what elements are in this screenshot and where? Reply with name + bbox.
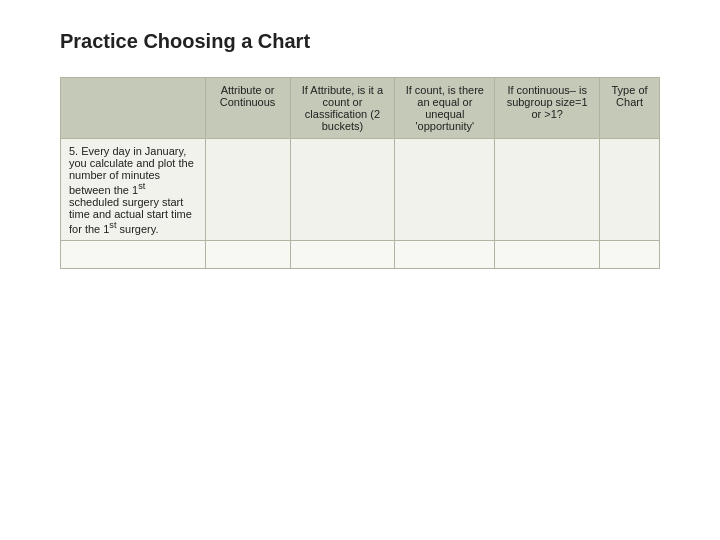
table-row: [61, 241, 660, 269]
header-if-attribute: If Attribute, is it a count or classific…: [290, 78, 395, 139]
chart-selection-table: Attribute or Continuous If Attribute, is…: [60, 77, 660, 269]
header-attribute: Attribute or Continuous: [205, 78, 290, 139]
row1-if-count: [395, 139, 495, 241]
row2-if-attribute: [290, 241, 395, 269]
header-type-of-chart: Type of Chart: [600, 78, 660, 139]
header-if-continuous: If continuous– is subgroup size=1 or >1?: [495, 78, 600, 139]
row2-if-continuous: [495, 241, 600, 269]
row1-scenario: 5. Every day in January, you calculate a…: [61, 139, 206, 241]
page-title: Practice Choosing a Chart: [60, 30, 660, 53]
header-if-count: If count, is there an equal or unequal '…: [395, 78, 495, 139]
table-row: 5. Every day in January, you calculate a…: [61, 139, 660, 241]
row2-scenario: [61, 241, 206, 269]
row1-attribute: [205, 139, 290, 241]
page-container: Practice Choosing a Chart Attribute or C…: [0, 0, 720, 540]
row1-if-attribute: [290, 139, 395, 241]
header-scenario: [61, 78, 206, 139]
row2-type-of-chart: [600, 241, 660, 269]
row2-if-count: [395, 241, 495, 269]
row2-attribute: [205, 241, 290, 269]
row1-type-of-chart: [600, 139, 660, 241]
row1-if-continuous: [495, 139, 600, 241]
